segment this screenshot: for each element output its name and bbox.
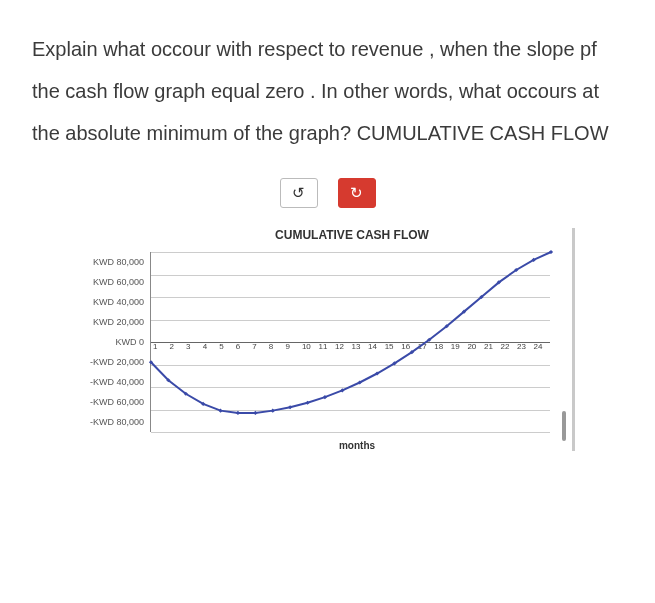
undo-button[interactable]: ↺	[280, 178, 318, 208]
y-axis: KWD 80,000 KWD 60,000 KWD 40,000 KWD 20,…	[80, 252, 150, 432]
scrollbar-indicator	[562, 411, 566, 441]
svg-rect-5	[236, 411, 240, 415]
question-text: Explain what occour with respect to reve…	[32, 28, 623, 154]
plot-area: 1 2 3 4 5 6 7 8 9 10 11 12 13 14 15 16 1…	[150, 252, 550, 432]
y-tick: KWD 40,000	[80, 292, 144, 312]
redo-icon: ↻	[350, 184, 363, 202]
chart-title: CUMULATIVE CASH FLOW	[140, 228, 564, 242]
svg-rect-8	[288, 405, 292, 409]
svg-rect-7	[271, 409, 275, 413]
y-tick: KWD 20,000	[80, 312, 144, 332]
chart-container: CUMULATIVE CASH FLOW KWD 80,000 KWD 60,0…	[80, 228, 575, 451]
y-tick: KWD 0	[80, 332, 144, 352]
undo-icon: ↺	[292, 184, 305, 202]
y-tick: -KWD 40,000	[80, 372, 144, 392]
y-tick: -KWD 80,000	[80, 412, 144, 432]
x-axis-title: months	[150, 440, 564, 451]
y-tick: -KWD 60,000	[80, 392, 144, 412]
chart-line	[151, 252, 551, 432]
redo-button[interactable]: ↻	[338, 178, 376, 208]
y-tick: -KWD 20,000	[80, 352, 144, 372]
y-tick: KWD 80,000	[80, 252, 144, 272]
y-tick: KWD 60,000	[80, 272, 144, 292]
button-row: ↺ ↻	[32, 178, 623, 208]
svg-rect-6	[253, 411, 257, 415]
